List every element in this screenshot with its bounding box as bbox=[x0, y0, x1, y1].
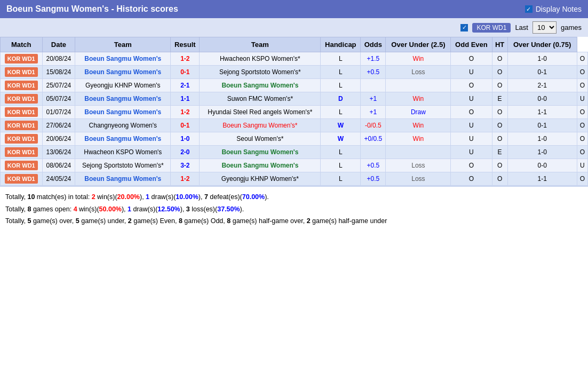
summary-line3: Totally, 5 game(s) over, 5 game(s) under… bbox=[5, 215, 583, 227]
ht-cell: 1-0 bbox=[507, 132, 577, 146]
ou-cell: U bbox=[451, 132, 492, 146]
league-badge: KOR WD1 bbox=[5, 94, 38, 104]
ou-cell: O bbox=[451, 106, 492, 119]
team2-cell: Boeun Sangmu Women's bbox=[200, 79, 321, 92]
result-cell: 0-1 bbox=[171, 119, 200, 132]
ou-cell: O bbox=[451, 159, 492, 172]
filter-checkbox[interactable]: ✓ bbox=[460, 24, 468, 31]
date-cell: 27/06/24 bbox=[42, 119, 75, 132]
team1-cell: Changnyeong Women's bbox=[75, 119, 171, 132]
odds-cell: Loss bbox=[386, 159, 451, 172]
last-games-select[interactable]: 5 10 15 20 25 30 bbox=[533, 21, 557, 34]
odds-cell: Win bbox=[386, 119, 451, 132]
games-label: games bbox=[561, 23, 582, 31]
handicap-cell: +1 bbox=[361, 106, 386, 119]
ht-cell: 0-1 bbox=[507, 66, 577, 79]
league-badge: KOR WD1 bbox=[5, 121, 38, 130]
handicap-cell: -0/0.5 bbox=[361, 119, 386, 132]
ou-cell: O bbox=[451, 52, 492, 66]
team1-cell: Boeun Sangmu Women's bbox=[75, 66, 171, 79]
col-ou25: Over Under (2.5) bbox=[386, 37, 451, 52]
table-row: KOR WD120/08/24Boeun Sangmu Women's1-2Hw… bbox=[1, 52, 588, 66]
col-team2: Team bbox=[200, 37, 321, 52]
oe-cell: O bbox=[492, 52, 507, 66]
summary-line1: Totally, 10 match(es) in total: 2 win(s)… bbox=[5, 191, 583, 203]
league-filter-badge: KOR WD1 bbox=[472, 23, 511, 33]
league-badge: KOR WD1 bbox=[5, 161, 38, 170]
table-row: KOR WD120/06/24Boeun Sangmu Women's1-0Se… bbox=[1, 132, 588, 146]
league-cell: KOR WD1 bbox=[1, 159, 43, 172]
col-team1: Team bbox=[75, 37, 171, 52]
col-result: Result bbox=[171, 37, 200, 52]
team2-cell: Sejong Sportstoto Women's* bbox=[200, 66, 321, 79]
ou-cell: U bbox=[451, 66, 492, 79]
ht-cell: 0-0 bbox=[507, 92, 577, 106]
team2-cell: Boeun Sangmu Women's bbox=[200, 159, 321, 172]
wl-cell: L bbox=[321, 106, 361, 119]
table-row: KOR WD115/08/24Boeun Sangmu Women's0-1Se… bbox=[1, 66, 588, 79]
wl-cell: W bbox=[321, 132, 361, 146]
ht-cell: 1-0 bbox=[507, 146, 577, 159]
handicap-cell: +0.5 bbox=[361, 66, 386, 79]
team1-cell: Boeun Sangmu Women's bbox=[75, 132, 171, 146]
team1-cell: Sejong Sportstoto Women's* bbox=[75, 159, 171, 172]
table-row: KOR WD124/05/24Boeun Sangmu Women's1-2Gy… bbox=[1, 172, 588, 186]
result-cell: 1-2 bbox=[171, 52, 200, 66]
team2-cell: Boeun Sangmu Women's bbox=[200, 146, 321, 159]
ou075-cell: O bbox=[577, 132, 587, 146]
table-row: KOR WD101/07/24Boeun Sangmu Women's1-2Hy… bbox=[1, 106, 588, 119]
league-cell: KOR WD1 bbox=[1, 52, 43, 66]
league-cell: KOR WD1 bbox=[1, 119, 43, 132]
ou075-cell: O bbox=[577, 172, 587, 186]
ou075-cell: O bbox=[577, 79, 587, 92]
scores-table: Match Date Team Result Team Handicap Odd… bbox=[0, 37, 588, 186]
ou075-cell: O bbox=[577, 119, 587, 132]
oe-cell: E bbox=[492, 92, 507, 106]
league-cell: KOR WD1 bbox=[1, 106, 43, 119]
wl-cell: L bbox=[321, 66, 361, 79]
oe-cell: O bbox=[492, 66, 507, 79]
ou075-cell: O bbox=[577, 52, 587, 66]
handicap-cell bbox=[361, 79, 386, 92]
date-cell: 13/06/24 bbox=[42, 146, 75, 159]
header-title: Boeun Sangmu Women's - Historic scores bbox=[6, 4, 178, 14]
result-cell: 2-0 bbox=[171, 146, 200, 159]
team1-cell: Gyeongju KHNP Women's bbox=[75, 79, 171, 92]
team2-cell: Suwon FMC Women's* bbox=[200, 92, 321, 106]
ou-cell: U bbox=[451, 92, 492, 106]
display-notes-checkbox[interactable]: ✓ bbox=[525, 5, 533, 13]
ou-cell: U bbox=[451, 119, 492, 132]
ht-cell: 1-1 bbox=[507, 172, 577, 186]
summary-line2: Totally, 8 games open: 4 win(s)(50.00%),… bbox=[5, 203, 583, 216]
summary: Totally, 10 match(es) in total: 2 win(s)… bbox=[0, 186, 588, 232]
result-cell: 3-2 bbox=[171, 159, 200, 172]
ou075-cell: U bbox=[577, 92, 587, 106]
header-right: ✓ Display Notes bbox=[525, 5, 582, 13]
date-cell: 15/08/24 bbox=[42, 66, 75, 79]
handicap-cell: +0.5 bbox=[361, 159, 386, 172]
league-cell: KOR WD1 bbox=[1, 132, 43, 146]
wl-cell: L bbox=[321, 52, 361, 66]
col-oe: Odd Even bbox=[451, 37, 492, 52]
ht-cell: 0-0 bbox=[507, 159, 577, 172]
odds-cell: Loss bbox=[386, 172, 451, 186]
oe-cell: O bbox=[492, 106, 507, 119]
ht-cell: 1-1 bbox=[507, 106, 577, 119]
league-badge: KOR WD1 bbox=[5, 81, 38, 90]
col-ht: HT bbox=[492, 37, 507, 52]
table-row: KOR WD125/07/24Gyeongju KHNP Women's2-1B… bbox=[1, 79, 588, 92]
team1-cell: Hwacheon KSPO Women's bbox=[75, 146, 171, 159]
result-cell: 1-2 bbox=[171, 172, 200, 186]
wl-cell: L bbox=[321, 172, 361, 186]
result-cell: 1-2 bbox=[171, 106, 200, 119]
ou075-cell: U bbox=[577, 159, 587, 172]
team1-cell: Boeun Sangmu Women's bbox=[75, 172, 171, 186]
oe-cell: O bbox=[492, 159, 507, 172]
ou-cell: O bbox=[451, 172, 492, 186]
date-cell: 05/07/24 bbox=[42, 92, 75, 106]
col-handicap: Handicap bbox=[321, 37, 361, 52]
league-cell: KOR WD1 bbox=[1, 172, 43, 186]
wl-cell: L bbox=[321, 79, 361, 92]
date-cell: 01/07/24 bbox=[42, 106, 75, 119]
team1-cell: Boeun Sangmu Women's bbox=[75, 106, 171, 119]
